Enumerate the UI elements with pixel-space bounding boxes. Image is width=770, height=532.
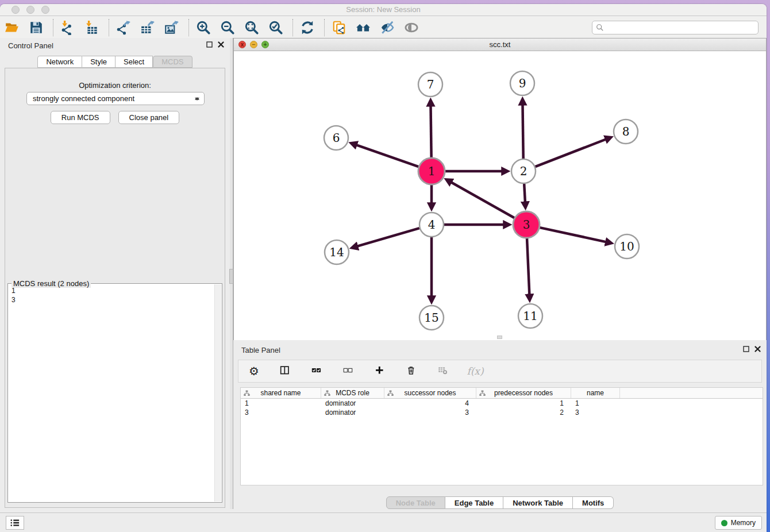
mcds-panel: Optimization criterion: strongly connect… [5,68,225,508]
zoom-out-icon[interactable] [219,19,236,36]
column-header-name[interactable]: name [571,388,620,398]
tab-mcds[interactable]: MCDS [153,56,192,68]
tab-motifs[interactable]: Motifs [573,496,614,509]
zoom-selected-icon[interactable] [267,19,284,36]
export-image-icon[interactable] [163,19,180,36]
hierarchy-icon [244,390,250,396]
graph-edge-3-11[interactable] [527,238,530,299]
tab-node-table[interactable]: Node Table [386,496,445,509]
memory-button[interactable]: Memory [715,516,762,530]
close-table-panel-icon[interactable] [754,346,761,352]
table-cell: dominator [321,399,384,408]
dropdown-stepper-icon [194,94,200,103]
window-titlebar: Session: New Session [0,4,767,16]
first-neighbors-icon[interactable] [355,19,372,36]
refresh-view-icon[interactable] [299,19,316,36]
search-icon [596,24,604,32]
mcds-result-text: 13 [9,286,214,501]
graph-edge-3-1[interactable] [447,180,514,218]
import-table-icon[interactable] [83,19,101,36]
close-panel-icon[interactable] [218,41,224,48]
screen: Session: New Session Control Panel [0,0,770,532]
search-box[interactable] [592,21,759,34]
fx-icon: f(x) [467,365,483,377]
hierarchy-icon [479,390,486,396]
graphics-details-icon[interactable] [379,19,396,36]
graph-edge-1-7[interactable] [430,101,431,157]
export-table-icon[interactable] [139,19,156,36]
graph-node-label-11: 11 [523,309,537,323]
save-session-icon[interactable] [28,19,45,36]
tab-network-table[interactable]: Network Table [503,496,573,509]
graph-node-label-3: 3 [523,218,530,232]
mcds-result-box: MCDS result (2 nodes) 13 [7,283,222,503]
table-panel-header: Table Panel [233,342,767,357]
task-history-button[interactable] [6,516,24,530]
delete-row-icon[interactable] [405,364,419,379]
control-panel-title: Control Panel [8,41,53,50]
table-tabs: Node TableEdge TableNetwork TableMotifs [233,496,767,509]
table-cell: 1 [571,399,620,408]
table-cell: 3 [384,408,476,417]
deselect-all-icon[interactable] [341,364,356,379]
result-scrollbar[interactable] [214,284,221,502]
zoom-in-icon[interactable] [195,19,212,36]
tab-select[interactable]: Select [116,56,153,68]
hierarchy-icon [324,390,330,396]
select-all-icon[interactable] [310,364,325,379]
column-header-predecessor-nodes[interactable]: predecessor nodes [476,388,571,398]
new-network-from-selection-icon[interactable] [330,19,348,36]
hierarchy-icon [387,390,394,396]
graph-edge-3-10[interactable] [540,228,610,243]
column-visibility-icon[interactable] [278,364,293,379]
optimization-criterion-select[interactable]: strongly connected component [26,92,205,105]
show-hide-details-icon[interactable] [403,19,420,36]
toolbar-separator [292,19,293,36]
table-panel-title: Table Panel [241,346,280,354]
split-divider-handle[interactable] [229,269,233,284]
network-window-title: scc.txt [234,40,766,49]
tab-network[interactable]: Network [37,56,82,68]
graph-edge-4-14[interactable] [353,228,419,248]
table-cell: 3 [241,408,321,417]
zoom-fit-icon[interactable] [243,19,260,36]
graph-node-label-2: 2 [520,164,528,178]
control-panel: Control Panel NetworkStyleSelectMCDS Opt… [0,38,230,509]
float-table-panel-icon[interactable] [743,346,749,352]
column-header-MCDS-role[interactable]: MCDS role [321,388,384,398]
graph-node-label-6: 6 [333,131,340,145]
app-window: Session: New Session Control Panel [0,4,767,532]
graph-node-label-8: 8 [622,125,630,138]
graph-edge-2-3[interactable] [524,184,525,207]
tab-edge-table[interactable]: Edge Table [445,496,503,509]
float-panel-icon[interactable] [206,41,213,48]
export-network-icon[interactable] [115,19,132,36]
open-session-icon[interactable] [3,19,21,36]
tab-style[interactable]: Style [82,56,116,68]
close-panel-button[interactable]: Close panel [118,111,180,124]
toolbar-separator [109,19,109,36]
delete-table-icon[interactable] [436,364,451,379]
graph-edge-1-6[interactable] [352,144,418,167]
status-bar: Memory [0,512,767,532]
search-input[interactable] [604,22,758,33]
table-cell: 1 [476,399,571,408]
graph-node-label-9: 9 [519,76,526,90]
graph-node-label-15: 15 [424,311,438,325]
graph-edge-2-8[interactable] [536,137,610,167]
run-mcds-button[interactable]: Run MCDS [51,111,110,124]
memory-label: Memory [731,519,756,527]
column-header-successor-nodes[interactable]: successor nodes [384,388,476,398]
table-settings-icon[interactable]: ⚙ [247,364,261,379]
function-builder-icon[interactable]: f(x) [468,364,483,379]
table-row[interactable]: 3dominator323 [241,408,763,417]
add-row-icon[interactable] [373,364,388,379]
table-panel: Table Panel ⚙f(x) shared nameMCDS rolesu… [233,342,767,509]
graph-edge-2-9[interactable] [522,100,523,159]
toolbar-separator [53,19,53,36]
table-row[interactable]: 1dominator411 [241,399,763,408]
canvas-splitter-handle[interactable] [497,336,502,339]
import-network-icon[interactable] [59,19,76,36]
column-header-shared-name[interactable]: shared name [241,388,321,398]
network-canvas[interactable]: 7968124314101511 [234,51,766,340]
